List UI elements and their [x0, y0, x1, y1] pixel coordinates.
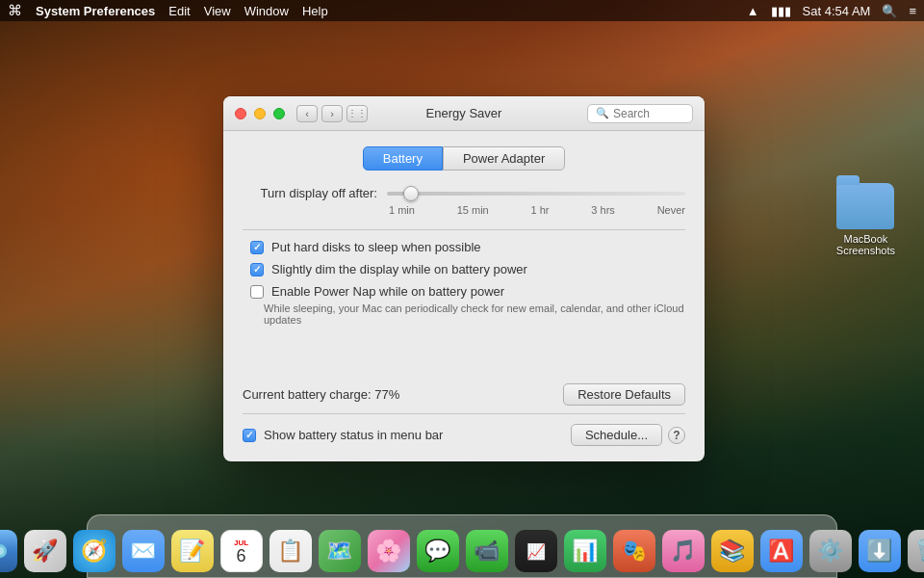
notes-icon: 📝: [171, 530, 214, 572]
help-menu[interactable]: Help: [302, 4, 328, 18]
wifi-icon: ▲: [747, 4, 759, 18]
dock-item-stocks[interactable]: 📈: [513, 528, 559, 574]
apple-menu[interactable]: ⌘: [8, 2, 22, 19]
battery-icon: ▮▮▮: [771, 4, 791, 18]
search-box[interactable]: 🔍: [587, 104, 693, 123]
label-hard-disks: Put hard disks to sleep when possible: [271, 240, 481, 254]
menubar-right: ▲ ▮▮▮ Sat 4:54 AM 🔍 ≡: [747, 4, 924, 18]
view-menu[interactable]: View: [204, 4, 231, 18]
folder-label: MacBookScreenshots: [836, 233, 895, 256]
schedule-button[interactable]: Schedule...: [571, 424, 662, 446]
folder-icon: [836, 183, 894, 229]
downloads-icon: ⬇️: [859, 530, 901, 572]
dock-item-itunes[interactable]: 🎵: [660, 528, 706, 574]
dock-item-trash[interactable]: 🗑️: [906, 528, 925, 574]
titlebar: ‹ › ⋮⋮ Energy Saver 🔍: [223, 96, 705, 131]
checkbox-dim-display[interactable]: ✓: [250, 263, 264, 276]
dock-item-finder[interactable]: [0, 528, 19, 574]
slider-section: Turn display off after: 1 min 15 min 1 h…: [243, 186, 685, 216]
back-button[interactable]: ‹: [296, 105, 318, 122]
grid-view-button[interactable]: ⋮⋮: [346, 105, 368, 122]
tick-15min: 15 min: [457, 204, 489, 216]
window-menu[interactable]: Window: [244, 4, 289, 18]
dock-item-keynote[interactable]: 🎭: [611, 528, 657, 574]
calendar-icon: JUL 6: [220, 530, 263, 572]
checkbox-hard-disks-row: ✓ Put hard disks to sleep when possible: [243, 240, 685, 254]
checkbox-power-nap[interactable]: [250, 285, 264, 299]
checkbox-show-battery[interactable]: ✓: [243, 429, 256, 442]
tab-battery[interactable]: Battery: [363, 146, 443, 171]
slider-row: Turn display off after:: [243, 186, 685, 200]
power-nap-sublabel: While sleeping, your Mac can periodicall…: [243, 302, 685, 326]
slider-track[interactable]: [387, 192, 685, 196]
desktop-folder[interactable]: MacBookScreenshots: [836, 183, 895, 256]
dock-item-launchpad[interactable]: 🚀: [22, 528, 68, 574]
menubar: ⌘ System Preferences Edit View Window He…: [0, 0, 924, 21]
mail-icon: ✉️: [122, 530, 165, 572]
energy-saver-window: ‹ › ⋮⋮ Energy Saver 🔍 Battery Power Adap…: [223, 96, 705, 461]
label-dim-display: Slightly dim the display while on batter…: [271, 262, 527, 276]
keynote-icon: 🎭: [613, 530, 655, 572]
safari-icon: 🧭: [73, 530, 116, 572]
label-power-nap: Enable Power Nap while on battery power: [271, 284, 504, 299]
checkmark-dim-display: ✓: [253, 265, 261, 275]
bottom-row: ✓ Show battery status in menu bar Schedu…: [243, 424, 685, 446]
checkbox-dim-display-row: ✓ Slightly dim the display while on batt…: [243, 262, 685, 276]
checkbox-hard-disks[interactable]: ✓: [250, 241, 264, 254]
dock-item-safari[interactable]: 🧭: [71, 528, 117, 574]
tab-power-adapter[interactable]: Power Adapter: [443, 146, 565, 171]
maps-icon: 🗺️: [319, 530, 361, 572]
app-name[interactable]: System Preferences: [36, 4, 155, 18]
stocks-icon: 📈: [515, 530, 557, 572]
window-title: Energy Saver: [426, 106, 502, 120]
dock-item-notes[interactable]: 📝: [169, 528, 216, 574]
battery-charge-label: Current battery charge: 77%: [243, 387, 399, 402]
launchpad-icon: 🚀: [24, 530, 66, 572]
slider-thumb[interactable]: [403, 186, 419, 201]
numbers-icon: 📊: [564, 530, 606, 572]
close-button[interactable]: [235, 108, 246, 119]
dock-item-photos[interactable]: 🌸: [366, 528, 412, 574]
dock-item-facetime[interactable]: 📹: [464, 528, 510, 574]
messages-icon: 💬: [417, 530, 459, 572]
dock-item-appstore[interactable]: 🅰️: [758, 528, 805, 574]
itunes-icon: 🎵: [662, 530, 705, 572]
forward-button[interactable]: ›: [321, 105, 343, 122]
divider-1: [243, 229, 685, 230]
dock-item-reminders[interactable]: 📋: [268, 528, 314, 574]
checkmark-hard-disks: ✓: [253, 243, 261, 252]
maximize-button[interactable]: [273, 108, 285, 119]
tick-3hrs: 3 hrs: [591, 204, 614, 216]
minimize-button[interactable]: [254, 108, 266, 119]
dock-item-mail[interactable]: ✉️: [120, 528, 167, 574]
search-input[interactable]: [613, 107, 690, 120]
clock: Sat 4:54 AM: [803, 4, 871, 18]
appstore-icon: 🅰️: [760, 530, 803, 572]
dock-item-sysprefs[interactable]: ⚙️: [808, 528, 854, 574]
trash-icon: 🗑️: [908, 530, 925, 572]
dock-item-ibooks[interactable]: 📚: [709, 528, 756, 574]
search-icon: 🔍: [596, 107, 609, 119]
sysprefs-icon: ⚙️: [809, 530, 852, 572]
edit-menu[interactable]: Edit: [168, 4, 190, 18]
slider-ticks: 1 min 15 min 1 hr 3 hrs Never: [243, 204, 685, 216]
label-show-battery: Show battery status in menu bar: [264, 428, 443, 442]
nav-buttons: ‹ ›: [296, 105, 343, 122]
dock-item-calendar[interactable]: JUL 6: [218, 528, 265, 574]
notification-icon[interactable]: ≡: [909, 4, 916, 18]
slider-label: Turn display off after:: [243, 186, 377, 200]
dock-item-messages[interactable]: 💬: [415, 528, 461, 574]
window-content: Battery Power Adapter Turn display off a…: [223, 131, 705, 461]
restore-defaults-button[interactable]: Restore Defaults: [563, 383, 685, 406]
tick-1min: 1 min: [389, 204, 415, 216]
dock-item-numbers[interactable]: 📊: [562, 528, 608, 574]
menubar-left: ⌘ System Preferences Edit View Window He…: [0, 2, 328, 19]
dock-item-maps[interactable]: 🗺️: [317, 528, 363, 574]
photos-icon: 🌸: [368, 530, 410, 572]
checkmark-show-battery: ✓: [245, 431, 253, 440]
facetime-icon: 📹: [466, 530, 508, 572]
dock-item-downloads[interactable]: ⬇️: [857, 528, 903, 574]
tab-bar: Battery Power Adapter: [243, 146, 685, 171]
help-button[interactable]: ?: [668, 427, 685, 444]
spotlight-icon[interactable]: 🔍: [882, 4, 897, 18]
